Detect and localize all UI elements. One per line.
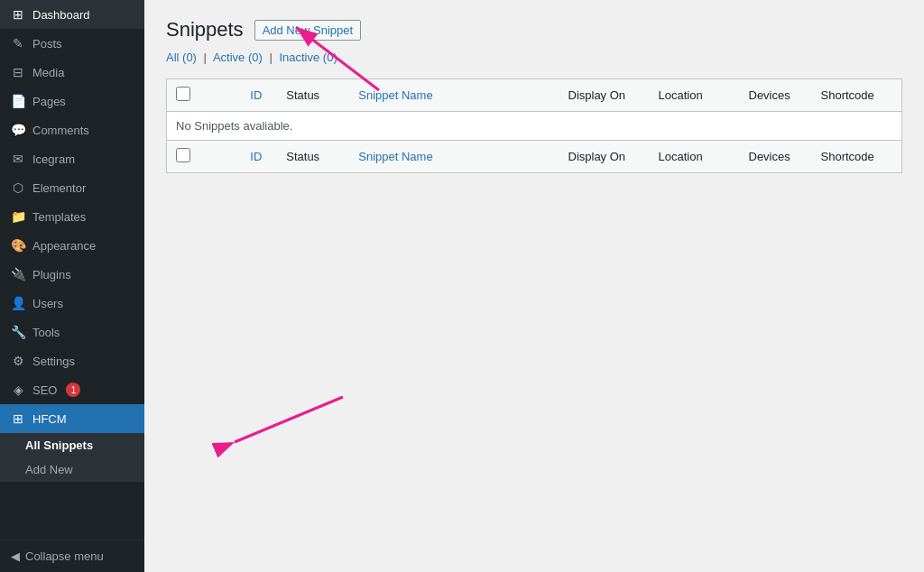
- sidebar-item-posts[interactable]: ✎ Posts: [0, 29, 144, 58]
- select-all-checkbox[interactable]: [176, 87, 190, 101]
- table-footer-checkbox: [167, 141, 242, 173]
- posts-icon: ✎: [11, 36, 25, 51]
- sidebar-submenu: All Snippets Add New: [0, 433, 144, 482]
- select-all-checkbox-footer[interactable]: [176, 148, 190, 162]
- sidebar-item-plugins[interactable]: 🔌 Plugins: [0, 260, 144, 289]
- sidebar-item-label: Elementor: [32, 181, 86, 195]
- snippets-table: ID Status Snippet Name Display On Locati…: [166, 78, 902, 173]
- settings-icon: ⚙: [11, 354, 25, 368]
- table-footer-col-snippet-name[interactable]: Snippet Name: [349, 141, 559, 173]
- appearance-icon: 🎨: [11, 238, 25, 253]
- sidebar-item-dashboard[interactable]: ⊞ Dashboard: [0, 0, 144, 29]
- sidebar-item-templates[interactable]: 📁 Templates: [0, 202, 144, 231]
- filter-inactive-link[interactable]: Inactive (0): [279, 51, 337, 64]
- templates-icon: 📁: [11, 209, 25, 224]
- sidebar-item-label: Media: [32, 66, 64, 79]
- sidebar-item-label: Settings: [32, 355, 75, 368]
- table-footer-col-devices: Devices: [740, 141, 812, 173]
- sidebar-item-seo[interactable]: ◈ SEO 1: [0, 375, 144, 404]
- tools-icon: 🔧: [11, 325, 25, 339]
- table-col-location: Location: [650, 79, 740, 112]
- table-header-row: ID Status Snippet Name Display On Locati…: [167, 79, 902, 112]
- sidebar-item-label: SEO: [32, 383, 57, 397]
- table-col-id[interactable]: ID: [241, 79, 277, 112]
- svg-line-3: [235, 397, 343, 442]
- icegram-icon: ✉: [11, 152, 25, 166]
- plugins-icon: 🔌: [11, 267, 25, 281]
- sidebar-item-label: Users: [32, 297, 63, 310]
- table-col-devices: Devices: [740, 79, 812, 112]
- sidebar-item-pages[interactable]: 📄 Pages: [0, 87, 144, 115]
- table-footer-col-shortcode: Shortcode: [812, 141, 902, 173]
- collapse-icon: ◀: [11, 549, 20, 563]
- no-items-message: No Snippets avaliable.: [167, 112, 902, 141]
- elementor-icon: ⬡: [11, 180, 25, 195]
- sidebar-sub-item-add-new[interactable]: Add New: [0, 457, 144, 482]
- sidebar-item-settings[interactable]: ⚙ Settings: [0, 346, 144, 375]
- page-title: Snippets: [166, 18, 244, 42]
- comments-icon: 💬: [11, 123, 25, 137]
- table-col-status: Status: [277, 79, 349, 112]
- filter-sep-2: |: [269, 51, 272, 64]
- main-content: Snippets Add New Snippet All (0) | Activ…: [144, 0, 924, 572]
- sidebar-item-label: Plugins: [32, 268, 71, 281]
- table-footer-col-id[interactable]: ID: [241, 141, 277, 173]
- table-col-snippet-name[interactable]: Snippet Name: [349, 79, 559, 112]
- sidebar-item-appearance[interactable]: 🎨 Appearance: [0, 231, 144, 260]
- sidebar-item-hfcm[interactable]: ⊞ HFCM: [0, 404, 144, 433]
- sidebar-item-label: Tools: [32, 326, 60, 339]
- sidebar-item-icegram[interactable]: ✉ Icegram: [0, 144, 144, 173]
- table-col-display-on: Display On: [559, 79, 650, 112]
- sidebar-item-media[interactable]: ⊟ Media: [0, 58, 144, 87]
- collapse-menu-button[interactable]: ◀ Collapse menu: [0, 540, 144, 572]
- sidebar-item-label: Icegram: [32, 152, 75, 166]
- table-header-checkbox: [167, 79, 242, 112]
- sidebar-item-elementor[interactable]: ⬡ Elementor: [0, 173, 144, 202]
- sidebar-item-label: Dashboard: [32, 8, 90, 22]
- page-header: Snippets Add New Snippet: [166, 18, 902, 42]
- table-footer-col-display-on: Display On: [559, 141, 650, 173]
- sidebar: ⊞ Dashboard ✎ Posts ⊟ Media 📄 Pages 💬 Co…: [0, 0, 144, 572]
- seo-badge: 1: [66, 383, 80, 397]
- sidebar-sub-item-all-snippets[interactable]: All Snippets: [0, 433, 144, 457]
- dashboard-icon: ⊞: [11, 7, 25, 22]
- sidebar-item-label: Pages: [32, 95, 66, 108]
- seo-icon: ◈: [11, 383, 25, 397]
- sidebar-item-users[interactable]: 👤 Users: [0, 289, 144, 318]
- table-col-shortcode: Shortcode: [812, 79, 902, 112]
- sidebar-item-label: Appearance: [32, 239, 96, 253]
- media-icon: ⊟: [11, 65, 25, 79]
- sidebar-item-label: Posts: [32, 37, 62, 51]
- sidebar-item-label: Comments: [32, 124, 89, 137]
- add-new-snippet-button[interactable]: Add New Snippet: [254, 20, 361, 41]
- sidebar-item-tools[interactable]: 🔧 Tools: [0, 318, 144, 346]
- sidebar-item-label: HFCM: [32, 412, 67, 426]
- table-footer-col-status: Status: [277, 141, 349, 173]
- sidebar-item-comments[interactable]: 💬 Comments: [0, 115, 144, 144]
- table-footer-row: ID Status Snippet Name Display On Locati…: [167, 141, 902, 173]
- filter-sep-1: |: [204, 51, 207, 64]
- table-footer-col-location: Location: [650, 141, 740, 173]
- sidebar-item-label: Templates: [32, 210, 86, 224]
- filter-active-link[interactable]: Active (0): [213, 51, 263, 64]
- filter-all-link[interactable]: All (0): [166, 51, 197, 64]
- filter-links: All (0) | Active (0) | Inactive (0): [166, 51, 902, 64]
- hfcm-icon: ⊞: [11, 411, 25, 426]
- users-icon: 👤: [11, 296, 25, 310]
- pages-icon: 📄: [11, 94, 25, 108]
- no-items-row: No Snippets avaliable.: [167, 112, 902, 141]
